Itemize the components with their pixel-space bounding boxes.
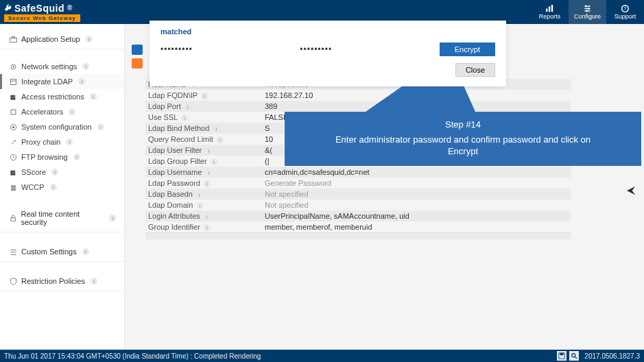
- svg-rect-18: [11, 110, 16, 114]
- toolbar-orange-button[interactable]: [132, 58, 143, 69]
- info-icon: i: [204, 224, 211, 231]
- field-label: Login Attributes i: [145, 212, 263, 221]
- field-label: Ldap Port i: [145, 102, 263, 111]
- panel-footer: [145, 232, 571, 239]
- field-label: Use SSL i: [145, 113, 263, 122]
- menu-icon: [10, 93, 17, 101]
- svg-rect-27: [10, 250, 16, 250]
- svg-line-33: [575, 357, 577, 359]
- field-label: Ldap FQDN\IP i: [145, 91, 263, 100]
- modal-header: matched: [160, 27, 495, 36]
- sidebar-item-network-settings[interactable]: Network settingsi: [0, 59, 124, 74]
- form-row: Ldap Port i389: [145, 101, 571, 112]
- nav-support[interactable]: ? Support: [606, 0, 644, 24]
- sidebar-cat-restrict[interactable]: Restriction Policiesi: [0, 272, 124, 291]
- topnav: Reports Configure ? Support: [531, 0, 644, 24]
- status-icons: [557, 351, 579, 361]
- menu-icon: [10, 154, 17, 161]
- sidebar-item-system-configuration[interactable]: System configurationi: [0, 119, 124, 134]
- sidebar-item-integrate-ldap[interactable]: Integrate LDAPi: [0, 74, 124, 89]
- menu-icon: [10, 138, 17, 146]
- password-field-1[interactable]: •••••••••: [160, 43, 193, 56]
- menu-icon: [10, 63, 17, 71]
- svg-point-7: [588, 8, 590, 10]
- field-value[interactable]: UserPrincipalName, sAMAccountname, uid: [263, 212, 571, 220]
- status-text: Thu Jun 01 2017 15:43:04 GMT+0530 (India…: [4, 352, 261, 360]
- lock-icon: [10, 215, 17, 222]
- info-icon: i: [196, 191, 203, 198]
- callout-body: Enter administrator password and confirm…: [294, 134, 632, 146]
- help-icon: ?: [621, 5, 630, 12]
- svg-rect-25: [11, 189, 16, 190]
- menu-icon: [10, 123, 17, 131]
- send-icon[interactable]: [626, 186, 636, 195]
- menu-icon: [10, 184, 17, 191]
- svg-rect-11: [10, 38, 17, 42]
- sidebar-item-accelerators[interactable]: Acceleratorsi: [0, 104, 124, 119]
- svg-rect-31: [560, 353, 564, 355]
- svg-rect-26: [11, 217, 16, 221]
- search-icon[interactable]: [569, 351, 579, 361]
- form-row: Ldap Password iGenerate Password: [145, 178, 571, 189]
- field-value[interactable]: Not specified: [263, 201, 571, 209]
- svg-rect-22: [10, 170, 15, 175]
- sliders-icon: [583, 5, 592, 12]
- info-icon: i: [205, 147, 212, 154]
- encrypt-button[interactable]: Encrypt: [440, 43, 495, 56]
- info-icon: i: [211, 158, 217, 165]
- svg-rect-15: [10, 79, 16, 84]
- sidebar-item-proxy-chain[interactable]: Proxy chaini: [0, 134, 124, 149]
- info-icon: i: [205, 169, 212, 176]
- svg-point-8: [586, 10, 588, 12]
- info-icon: i: [90, 93, 97, 100]
- callout-body-2: Encrypt: [294, 145, 632, 158]
- svg-rect-0: [546, 8, 547, 12]
- brand-block: SafeSquid® Secure Web Gateway: [0, 3, 80, 22]
- info-icon: i: [213, 125, 219, 132]
- callout-title: Step #14: [294, 119, 632, 131]
- sidebar-cat-rtcs[interactable]: Real time content securityi: [0, 204, 124, 232]
- sidebar-item-sscore[interactable]: SScorei: [0, 165, 124, 180]
- save-icon[interactable]: [557, 351, 567, 361]
- info-icon: i: [204, 180, 211, 187]
- svg-text:?: ?: [624, 6, 627, 11]
- sidebar-cat-custom[interactable]: Custom Settingsi: [0, 242, 124, 262]
- field-label: Group Identifier i: [145, 223, 263, 232]
- close-button[interactable]: Close: [455, 63, 495, 77]
- tutorial-callout: Step #14 Enter administrator password an…: [285, 112, 641, 166]
- field-value[interactable]: member, memberof, memberuid: [263, 223, 571, 231]
- field-value[interactable]: Generate Password: [263, 179, 571, 187]
- field-value[interactable]: Not specified: [263, 190, 571, 198]
- sidebar: Application Setupi Network settingsiInte…: [0, 24, 125, 350]
- info-icon: i: [197, 202, 204, 209]
- info-icon: i: [97, 123, 104, 130]
- version-text: 2017.0506.1827.3: [584, 352, 640, 360]
- svg-point-6: [585, 5, 587, 7]
- field-label: Ldap Bind Method i: [145, 124, 263, 133]
- field-label: Ldap User Filter i: [145, 146, 263, 155]
- nav-configure[interactable]: Configure: [569, 0, 606, 24]
- info-icon: i: [181, 114, 188, 121]
- brand-name: SafeSquid®: [4, 3, 80, 14]
- form-row: Ldap Basedn iNot specified: [145, 189, 571, 200]
- info-icon: i: [82, 248, 89, 255]
- svg-point-32: [572, 354, 575, 357]
- info-icon: i: [91, 278, 97, 285]
- field-value[interactable]: cn=admin,dc=safesquid,dc=net: [263, 168, 571, 176]
- wrench-icon: [4, 4, 12, 12]
- sidebar-item-access-restrictions[interactable]: Access restrictionsi: [0, 89, 124, 104]
- svg-rect-24: [11, 187, 16, 188]
- field-label: Ldap Basedn i: [145, 190, 263, 199]
- nav-reports[interactable]: Reports: [531, 0, 569, 24]
- briefcase-icon: [10, 36, 17, 43]
- encrypt-modal: matched ••••••••• ••••••••• Encrypt Clos…: [150, 21, 506, 86]
- password-field-2[interactable]: •••••••••: [300, 43, 332, 56]
- sidebar-cat-app-setup[interactable]: Application Setupi: [0, 29, 124, 49]
- svg-point-14: [12, 66, 14, 67]
- toolbar-blue-button[interactable]: [132, 45, 143, 55]
- sidebar-item-ftp-browsing[interactable]: FTP browsingi: [0, 149, 124, 165]
- menu-icon: [10, 169, 17, 176]
- info-icon: i: [86, 36, 93, 43]
- svg-point-20: [12, 126, 14, 128]
- sidebar-item-wccp[interactable]: WCCPi: [0, 180, 124, 195]
